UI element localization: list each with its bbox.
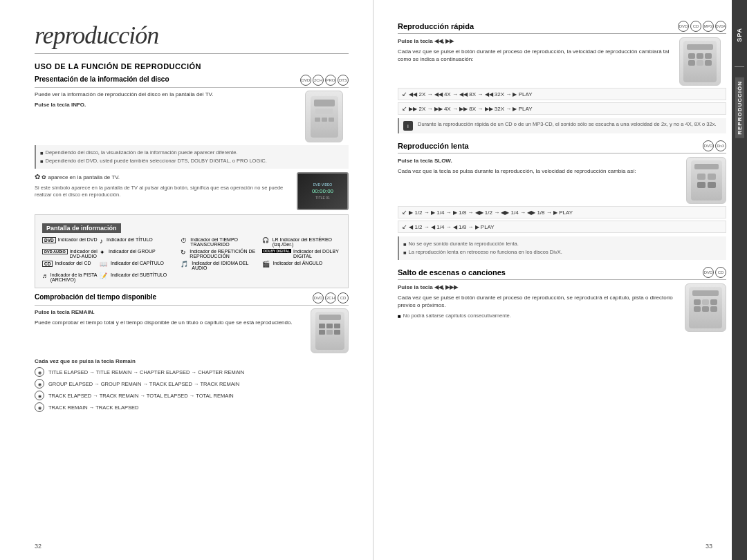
subsection-rapida: Reproducción rápida DVD CD MP3 DVDA Puls… (398, 21, 726, 133)
right-page: Reproducción rápida DVD CD MP3 DVDA Puls… (374, 0, 747, 560)
subsection5-title: Salto de escenas o canciones (398, 268, 506, 277)
info-panel-title: Pantalla de información (42, 223, 121, 233)
subsection2-title: Comprobación del tiempo disponible (35, 293, 156, 301)
info-item-subtitulo: 📝 Indicador del SUBTÍTULO (100, 272, 178, 282)
info-item-dvd: DVD Indicador del DVD (42, 237, 98, 247)
subsection1-title: Presentación de la información del disco (35, 75, 169, 83)
bullet-lenta-1: ■ (403, 241, 407, 248)
side-tab-rep: REPRODUCCIÓN (735, 77, 744, 138)
speed-forward: ↙ ◀◀ 2X → ◀◀ 4X → ◀◀ 8X → ◀◀ 32X → ▶ PLA… (398, 88, 726, 100)
subsection1-body: Puede ver la información de reproducción… (35, 91, 299, 98)
subsection2-icons: DVD 2CH CD (313, 292, 349, 304)
subsection3-icons: DVD CD MP3 DVDA (678, 21, 726, 32)
remain-circle-1: ◉ (35, 367, 44, 377)
icon-pro: PRO (325, 75, 336, 86)
info-item-angulo: 🎬 Indicador del ÁNGULO (262, 261, 341, 270)
remain-text-2: GROUP ELAPSED → GROUP REMAIN → TRACK ELA… (48, 381, 239, 387)
info-item-pista: ♬ Indicador de la PISTA (ARCHIVO) (42, 272, 98, 282)
remain-heading: Cada vez que se pulsa la tecla Remain (35, 357, 349, 365)
left-page: reproducción USO DE LA FUNCIÓN DE REPROD… (0, 0, 374, 560)
subsection3-note: Durante la reproducción rápida de un CD … (418, 121, 717, 128)
speed-backward: ↙ ▶▶ 2X → ▶▶ 4X → ▶▶ 8X → ▶▶ 32X → ▶ PLA… (398, 102, 726, 115)
subsection5-body: Cada vez que se pulse el botón durante e… (398, 294, 679, 309)
subsection4-title: Reproducción lenta (398, 142, 469, 150)
subsection-lenta: Reproducción lenta DVD DivX Pulse la tec… (398, 140, 726, 260)
subsection1-icons: DVD 2CH PRO DTS (300, 75, 349, 86)
info-item-dolby: DOLBY DIGITAL Indicador del DOLBY DIGITA… (262, 249, 341, 259)
subsection4-icons: DVD DivX (703, 140, 726, 151)
remote-image-1 (305, 91, 343, 142)
subsection3-body: Cada vez que se pulse el botón durante e… (398, 48, 674, 63)
subsection5-icons: DVD CD (703, 267, 726, 278)
info-item-tiempo: ⏱ Indicador del TIEMPO TRANSCURRIDO (181, 237, 259, 247)
warn-icon-1: i (403, 121, 413, 131)
remote-image-5 (685, 283, 726, 332)
lenta-note-2: ■ La reproducción lenta en retroceso no … (403, 249, 722, 256)
info-item-stereo: 🎧 LR Indicador del ESTÉREO (Izq./Der.) (262, 237, 341, 247)
icon-cd3: CD (690, 21, 701, 32)
subsection4-body: Cada vez que la tecla se pulsa durante l… (398, 167, 681, 175)
info-item-capitulo: 📖 Indicador del CAPÍTULO (100, 261, 178, 270)
info-panel: Pantalla de información DVD Indicador de… (35, 214, 349, 288)
section-heading: USO DE LA FUNCIÓN DE REPRODUCCIÓN (35, 62, 349, 71)
press-info-label: Pulse la tecla INFO. (35, 102, 86, 108)
bullet-salto: ■ (398, 313, 401, 319)
remain-circle-4: ◉ (35, 402, 44, 412)
icon-dts: DTS (338, 75, 349, 86)
remain-circle-2: ◉ (35, 379, 44, 389)
remain-item-1: ◉ TITLE ELAPSED → TITLE REMAIN → CHAPTER… (35, 367, 349, 377)
press-lenta-label: Pulse la tecla SLOW. (398, 158, 452, 164)
note1: Dependiendo del disco, la visualización … (46, 149, 238, 156)
tv-icon-label: ✿ aparece en la pantalla de TV. (42, 174, 120, 180)
main-title: reproducción (35, 21, 349, 50)
press-remain-label: Pulse la tecla REMAIN. (35, 309, 95, 315)
press-salto-label: Pulse la tecla ◀◀, ▶▶▶ (398, 284, 458, 290)
subsection-presentacion: Presentación de la información del disco… (35, 75, 349, 210)
bullet-1: ■ (40, 150, 44, 156)
press-rapida-label: Pulse la tecla ◀◀, ▶▶ (398, 38, 454, 44)
icon-2ch2: 2CH (325, 292, 336, 304)
speed-slow-1: ↙ ▶ 1/2 → ▶ 1/4 → ▶ 1/8 → ◀▶ 1/2 → ◀▶ 1/… (398, 206, 726, 218)
info-item-repeticion: ↻ Indicador de REPETICIÓN DE REPRODUCCIÓ… (181, 249, 259, 259)
bullet-lenta-2: ■ (403, 250, 407, 256)
tv-note: Si este símbolo aparece en la pantalla d… (35, 185, 290, 198)
subsection-salto: Salto de escenas o canciones DVD CD Puls… (398, 267, 726, 332)
lenta-note-text-2: La reproducción lenta en retroceso no fu… (409, 249, 562, 256)
remote-image-2 (311, 308, 349, 353)
info-item-cd: CD Indicador del CD (42, 261, 98, 270)
screen-display: DVD VIDEO 00:00:00 TITLE 01 (297, 172, 349, 210)
info-item-titulo: ♪ Indicador del TÍTULO (100, 237, 178, 247)
bullet-2: ■ (40, 158, 44, 165)
icon-2ch: 2CH (313, 75, 324, 86)
subsection5-note: No podrá saltarse capítulos consecutivam… (403, 312, 511, 319)
info-item-dvdaudio: DVD AUDIO Indicador del DVD-AUDIO (42, 249, 98, 259)
subsection-comprobacion: Comprobación del tiempo disponible DVD 2… (35, 292, 349, 412)
remain-text-3: TRACK ELAPSED → TRACK REMAIN → TOTAL ELA… (48, 393, 234, 399)
note2: Dependiendo del DVD, usted puede también… (46, 158, 267, 165)
remote-image-4 (686, 157, 726, 204)
page-number-left: 32 (35, 543, 42, 550)
subsection3-title: Reproducción rápida (398, 22, 474, 30)
remain-item-2: ◉ GROUP ELAPSED → GROUP REMAIN → TRACK E… (35, 379, 349, 389)
remain-item-3: ◉ TRACK ELAPSED → TRACK REMAIN → TOTAL E… (35, 391, 349, 400)
icon-divx4: DivX (715, 140, 726, 151)
icon-cd2: CD (338, 292, 349, 304)
page-number-right: 33 (706, 543, 712, 550)
info-item-group: ✦ Indicador del GROUP (100, 249, 178, 259)
lenta-note-text-1: No se oye sonido durante la reproducción… (409, 241, 519, 248)
remote-image-3 (679, 37, 721, 86)
side-tab-spa: SPA (736, 28, 743, 42)
subsection2-body: Puede comprobar el tiempo total y el tie… (35, 319, 305, 326)
remain-circle-3: ◉ (35, 391, 44, 400)
remain-item-4: ◉ TRACK REMAIN → TRACK ELAPSED (35, 402, 349, 412)
icon-mp3-3: MP3 (703, 21, 714, 32)
icon-dvda-3: DVDA (715, 21, 726, 32)
speed-slow-2: ↙ ◀ 1/2 → ◀ 1/4 → ◀ 1/8 → ▶ PLAY (398, 221, 726, 233)
info-item-idioma: 🎵 Indicador del IDIOMA DEL AUDIO (181, 261, 259, 270)
icon-dvd2: DVD (313, 292, 324, 304)
icon-dvd5: DVD (703, 267, 714, 278)
remain-text-4: TRACK REMAIN → TRACK ELAPSED (48, 404, 138, 411)
icon-dvd: DVD (300, 75, 311, 86)
icon-cd5: CD (715, 267, 726, 278)
icon-dvd3: DVD (678, 21, 689, 32)
